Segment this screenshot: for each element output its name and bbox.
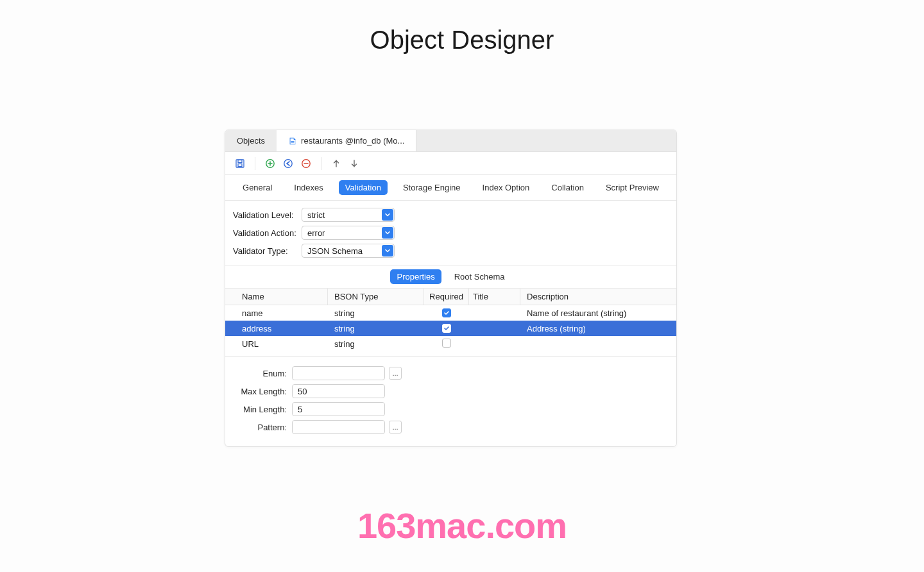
- tab-index-option[interactable]: Index Option: [476, 180, 536, 195]
- validator-type-input[interactable]: [302, 244, 395, 258]
- chevron-down-icon[interactable]: [382, 245, 393, 257]
- tab-validation[interactable]: Validation: [339, 180, 388, 195]
- cell-name: address: [225, 324, 328, 333]
- svg-point-6: [284, 159, 292, 167]
- toolbar-separator: [255, 157, 255, 170]
- table-header: Name BSON Type Required Title Descriptio…: [225, 289, 676, 305]
- move-up-button[interactable]: [329, 156, 343, 171]
- cell-bson: string: [328, 308, 424, 318]
- pattern-more-button[interactable]: ...: [389, 421, 402, 433]
- col-bson[interactable]: BSON Type: [328, 289, 424, 305]
- tabstrip: Objects restaurants @info_db (Mo...: [225, 130, 676, 152]
- toolbar: [225, 152, 676, 175]
- checkbox-icon[interactable]: [442, 308, 451, 317]
- main-tabs: General Indexes Validation Storage Engin…: [225, 175, 676, 201]
- col-name[interactable]: Name: [225, 289, 328, 305]
- move-down-button[interactable]: [347, 156, 361, 171]
- detail-form: Enum: ... Max Length: Min Length: Patter…: [225, 357, 676, 446]
- table-padding: [225, 351, 676, 357]
- svg-rect-3: [238, 160, 242, 162]
- tab-restaurants-label: restaurants @info_db (Mo...: [301, 136, 404, 146]
- validation-level-label: Validation Level:: [228, 210, 302, 220]
- min-length-label: Min Length:: [229, 405, 292, 414]
- cell-name: name: [225, 308, 328, 318]
- cell-description: Name of restaurant (string): [520, 308, 676, 318]
- cell-required: [424, 324, 469, 333]
- cell-bson: string: [328, 339, 424, 349]
- subtab-properties[interactable]: Properties: [390, 269, 441, 284]
- col-title[interactable]: Title: [469, 289, 520, 305]
- table-row[interactable]: name string Name of restaurant (string): [225, 305, 676, 321]
- object-designer-window: Objects restaurants @info_db (Mo...: [225, 130, 677, 447]
- tab-storage-engine[interactable]: Storage Engine: [397, 180, 467, 195]
- table-row[interactable]: address string Address (string): [225, 321, 676, 336]
- watermark-text: 163mac.com: [0, 505, 924, 546]
- table-row[interactable]: URL string: [225, 336, 676, 351]
- col-required[interactable]: Required: [424, 289, 469, 305]
- tab-general[interactable]: General: [236, 180, 278, 195]
- add-button[interactable]: [263, 156, 277, 171]
- enum-label: Enum:: [229, 369, 292, 378]
- enum-more-button[interactable]: ...: [389, 367, 402, 380]
- tab-script-preview[interactable]: Script Preview: [599, 180, 665, 195]
- max-length-label: Max Length:: [229, 387, 292, 396]
- max-length-input[interactable]: [292, 384, 385, 398]
- cell-name: URL: [225, 339, 328, 349]
- chevron-down-icon[interactable]: [382, 227, 393, 239]
- remove-button[interactable]: [299, 156, 313, 171]
- tab-restaurants[interactable]: restaurants @info_db (Mo...: [277, 130, 416, 151]
- properties-table: Name BSON Type Required Title Descriptio…: [225, 289, 676, 357]
- pattern-label: Pattern:: [229, 423, 292, 432]
- validation-level-input[interactable]: [302, 208, 395, 222]
- validation-action-label: Validation Action:: [228, 228, 302, 238]
- svg-rect-4: [238, 164, 242, 166]
- checkbox-icon[interactable]: [442, 339, 451, 348]
- chevron-down-icon[interactable]: [382, 209, 393, 221]
- pattern-input[interactable]: [292, 420, 385, 434]
- subtab-root-schema[interactable]: Root Schema: [448, 269, 511, 284]
- cell-required: [424, 339, 469, 349]
- cell-required: [424, 308, 469, 318]
- toolbar-separator: [321, 157, 321, 170]
- validator-type-select[interactable]: [302, 244, 395, 258]
- col-description[interactable]: Description: [520, 289, 676, 305]
- validator-type-label: Validator Type:: [228, 246, 302, 256]
- tab-objects-label: Objects: [237, 136, 265, 146]
- tab-collation[interactable]: Collation: [545, 180, 590, 195]
- tab-objects[interactable]: Objects: [225, 130, 277, 151]
- insert-button[interactable]: [281, 156, 295, 171]
- save-button[interactable]: [233, 156, 247, 171]
- validation-form: Validation Level: Validation Action: Val…: [225, 201, 676, 265]
- page-title: Object Designer: [0, 0, 924, 55]
- validation-action-input[interactable]: [302, 226, 395, 240]
- cell-description: Address (string): [520, 324, 676, 333]
- min-length-input[interactable]: [292, 402, 385, 416]
- validation-action-select[interactable]: [302, 226, 395, 240]
- svg-rect-1: [291, 142, 294, 142]
- validation-level-select[interactable]: [302, 208, 395, 222]
- enum-input[interactable]: [292, 366, 385, 380]
- svg-rect-0: [291, 141, 294, 142]
- cell-bson: string: [328, 324, 424, 333]
- sub-tabs: Properties Root Schema: [225, 265, 676, 289]
- checkbox-icon[interactable]: [442, 324, 451, 333]
- document-icon: [288, 137, 297, 146]
- tab-indexes[interactable]: Indexes: [287, 180, 330, 195]
